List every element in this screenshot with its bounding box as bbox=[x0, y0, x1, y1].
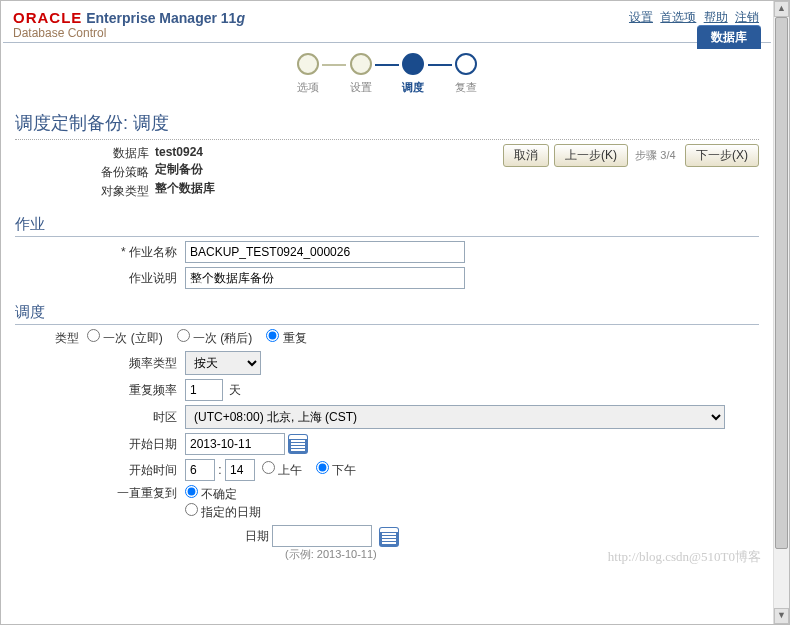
job-name-label: * 作业名称 bbox=[15, 244, 185, 261]
scroll-down-icon[interactable]: ▼ bbox=[774, 608, 789, 624]
ctx-policy-value: 定制备份 bbox=[155, 160, 215, 179]
scroll-up-icon[interactable]: ▲ bbox=[774, 1, 789, 17]
step-settings-icon bbox=[350, 53, 372, 75]
calendar-icon[interactable] bbox=[380, 528, 398, 546]
type-once-now[interactable]: 一次 (立即) bbox=[87, 329, 163, 347]
start-hour-input[interactable] bbox=[185, 459, 215, 481]
type-once-now-radio[interactable] bbox=[87, 329, 100, 342]
page-title: 调度定制备份: 调度 bbox=[15, 107, 759, 140]
step-connector bbox=[322, 64, 346, 66]
brand-subtitle: Database Control bbox=[13, 26, 761, 40]
step-review-label: 复查 bbox=[455, 80, 477, 95]
freq-type-label: 频率类型 bbox=[15, 355, 185, 372]
am-radio[interactable] bbox=[262, 461, 275, 474]
time-colon: : bbox=[215, 463, 225, 477]
next-button[interactable]: 下一步(X) bbox=[685, 144, 759, 167]
until-date-radio[interactable] bbox=[185, 503, 198, 516]
app-header: ORACLE Enterprise Manager 11g Database C… bbox=[3, 3, 771, 43]
scroll-thumb[interactable] bbox=[775, 17, 788, 549]
job-desc-input[interactable] bbox=[185, 267, 465, 289]
ampm-am[interactable]: 上午 bbox=[262, 461, 302, 479]
scroll-track[interactable] bbox=[774, 17, 789, 608]
type-label: 类型 bbox=[15, 330, 87, 347]
until-date[interactable]: 指定的日期 bbox=[185, 505, 261, 519]
until-label: 一直重复到 bbox=[15, 485, 185, 502]
ctx-db-label: 数据库 bbox=[15, 144, 155, 163]
start-time-label: 开始时间 bbox=[15, 462, 185, 479]
until-date-hint: (示例: 2013-10-11) bbox=[285, 547, 398, 562]
action-bar: 取消 上一步(K) 步骤 3/4 下一步(X) bbox=[501, 144, 759, 167]
brand-oracle: ORACLE bbox=[13, 9, 82, 26]
step-connector bbox=[428, 64, 452, 66]
type-repeat-radio[interactable] bbox=[266, 329, 279, 342]
start-min-input[interactable] bbox=[225, 459, 255, 481]
until-indef-radio[interactable] bbox=[185, 485, 198, 498]
section-schedule: 调度 bbox=[15, 299, 759, 325]
step-schedule-label: 调度 bbox=[402, 80, 424, 95]
ctx-policy-label: 备份策略 bbox=[15, 163, 155, 182]
brand-g: g bbox=[236, 10, 245, 26]
tz-select[interactable]: (UTC+08:00) 北京, 上海 (CST) bbox=[185, 405, 725, 429]
step-connector bbox=[375, 64, 399, 66]
link-help[interactable]: 帮助 bbox=[704, 10, 728, 24]
link-settings[interactable]: 设置 bbox=[629, 10, 653, 24]
ctx-db-value: test0924 bbox=[155, 144, 215, 160]
step-options-icon bbox=[297, 53, 319, 75]
top-links: 设置 首选项 帮助 注销 bbox=[625, 9, 759, 26]
until-date-sublabel: 日期 bbox=[245, 529, 269, 543]
until-indef[interactable]: 不确定 bbox=[185, 487, 237, 501]
job-name-input[interactable] bbox=[185, 241, 465, 263]
step-schedule-icon bbox=[402, 53, 424, 75]
freq-type-select[interactable]: 按天 bbox=[185, 351, 261, 375]
repeat-freq-input[interactable] bbox=[185, 379, 223, 401]
start-date-input[interactable] bbox=[185, 433, 285, 455]
link-prefs[interactable]: 首选项 bbox=[660, 10, 696, 24]
vertical-scrollbar[interactable]: ▲ ▼ bbox=[773, 1, 789, 624]
context-values: test0924 定制备份 整个数据库 bbox=[155, 144, 215, 198]
section-jobs: 作业 bbox=[15, 211, 759, 237]
step-settings-label: 设置 bbox=[350, 80, 372, 95]
ampm-pm[interactable]: 下午 bbox=[316, 461, 356, 479]
wizard-stepper: 选项 设置 调度 复查 bbox=[3, 43, 771, 101]
tz-label: 时区 bbox=[15, 409, 185, 426]
context-labels: 数据库 备份策略 对象类型 bbox=[15, 144, 155, 201]
cancel-button[interactable]: 取消 bbox=[503, 144, 549, 167]
tab-database[interactable]: 数据库 bbox=[697, 25, 761, 49]
ctx-obj-label: 对象类型 bbox=[15, 182, 155, 201]
step-options-label: 选项 bbox=[297, 80, 319, 95]
until-date-input[interactable] bbox=[272, 525, 372, 547]
step-review-icon bbox=[455, 53, 477, 75]
link-logout[interactable]: 注销 bbox=[735, 10, 759, 24]
back-button[interactable]: 上一步(K) bbox=[554, 144, 628, 167]
repeat-freq-label: 重复频率 bbox=[15, 382, 185, 399]
ctx-obj-value: 整个数据库 bbox=[155, 179, 215, 198]
type-repeat[interactable]: 重复 bbox=[266, 329, 306, 347]
type-once-later[interactable]: 一次 (稍后) bbox=[177, 329, 253, 347]
job-desc-label: 作业说明 bbox=[15, 270, 185, 287]
start-date-label: 开始日期 bbox=[15, 436, 185, 453]
calendar-icon[interactable] bbox=[289, 435, 307, 453]
pm-radio[interactable] bbox=[316, 461, 329, 474]
brand-em: Enterprise Manager 11 bbox=[86, 10, 236, 26]
type-once-later-radio[interactable] bbox=[177, 329, 190, 342]
repeat-freq-unit: 天 bbox=[229, 382, 241, 399]
step-indicator: 步骤 3/4 bbox=[635, 149, 675, 161]
